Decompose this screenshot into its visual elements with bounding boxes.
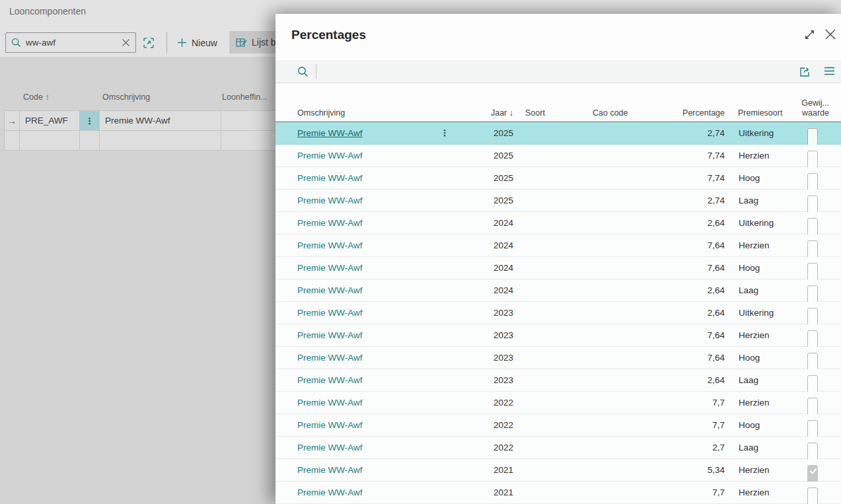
table-row[interactable]: Premie WW-Awf ⋮ 2022 7,7 Herzien bbox=[275, 392, 841, 414]
cell-jaar: 2025 bbox=[460, 145, 513, 166]
omschrijving-link[interactable]: Premie WW-Awf bbox=[297, 240, 363, 250]
gewijzigde-header-line1: Gewij... bbox=[801, 98, 829, 108]
cell-percentage: 7,64 bbox=[645, 234, 725, 256]
cell-jaar: 2023 bbox=[460, 369, 513, 391]
column-header-soort[interactable]: Soort bbox=[525, 108, 545, 118]
row-ellipsis-icon[interactable]: ⋮ bbox=[80, 111, 99, 130]
cell-premiesoort: Herzien bbox=[739, 324, 770, 346]
cell-premiesoort: Uitkering bbox=[739, 122, 774, 144]
cell-percentage: 2,64 bbox=[645, 369, 725, 391]
cell-percentage: 2,64 bbox=[645, 212, 725, 234]
cell-jaar: 2024 bbox=[460, 279, 513, 301]
cell-jaar: 2022 bbox=[460, 437, 513, 458]
table-row[interactable]: Premie WW-Awf ⋮ 2024 7,64 Hoog bbox=[275, 257, 841, 279]
cell-jaar: 2021 bbox=[460, 482, 513, 503]
row-ellipsis-icon[interactable]: ⋮ bbox=[439, 122, 451, 144]
cell-percentage: 7,64 bbox=[645, 324, 725, 346]
cell-jaar: 2025 bbox=[460, 122, 513, 144]
omschrijving-link[interactable]: Premie WW-Awf bbox=[297, 218, 363, 228]
gewijzigde-waarde-checkbox[interactable] bbox=[807, 487, 818, 504]
table-row[interactable]: Premie WW-Awf ⋮ 2023 7,64 Hoog bbox=[275, 347, 841, 369]
table-row[interactable]: Premie WW-Awf ⋮ 2024 7,64 Herzien bbox=[275, 234, 841, 257]
column-header-omschrijving[interactable]: Omschrijving bbox=[102, 92, 150, 102]
empty-cell[interactable] bbox=[100, 131, 221, 150]
cell-jaar: 2023 bbox=[460, 347, 513, 369]
cell-code[interactable]: PRE_AWF bbox=[20, 111, 79, 130]
close-dialog-icon[interactable] bbox=[824, 28, 836, 40]
omschrijving-link[interactable]: Premie WW-Awf bbox=[297, 398, 363, 408]
cell-jaar: 2022 bbox=[460, 392, 513, 414]
omschrijving-link[interactable]: Premie WW-Awf bbox=[297, 443, 363, 452]
cell-premiesoort: Herzien bbox=[739, 234, 770, 256]
table-row[interactable]: Premie WW-Awf ⋮ 2025 2,74 Laag bbox=[275, 190, 841, 212]
column-header-percentage[interactable]: Percentage bbox=[645, 108, 725, 118]
cell-premiesoort: Laag bbox=[739, 369, 758, 391]
new-button[interactable]: Nieuw bbox=[177, 32, 217, 53]
cell-premiesoort: Hoog bbox=[739, 414, 760, 436]
edit-list-button[interactable]: Lijst be bbox=[229, 31, 282, 54]
column-header-omschrijving[interactable]: Omschrijving bbox=[297, 108, 345, 118]
percentages-dialog: Percentages Omschrijving Jaa bbox=[275, 14, 841, 504]
cell-premiesoort: Laag bbox=[739, 279, 758, 301]
expand-view-icon bbox=[142, 36, 155, 50]
column-header-loonheffing[interactable]: Loonheffin... bbox=[222, 92, 268, 102]
omschrijving-link[interactable]: Premie WW-Awf bbox=[297, 487, 363, 497]
column-header-gewijzigde-waarde[interactable]: Gewij... waarde bbox=[776, 98, 829, 118]
jaar-header-label: Jaar bbox=[491, 108, 507, 118]
plus-icon bbox=[177, 38, 187, 48]
cell-premiesoort: Herzien bbox=[739, 482, 770, 503]
omschrijving-link[interactable]: Premie WW-Awf bbox=[297, 173, 363, 183]
clear-search-icon[interactable] bbox=[122, 38, 130, 47]
cell-premiesoort: Hoog bbox=[739, 347, 760, 369]
cell-jaar: 2022 bbox=[460, 414, 513, 436]
omschrijving-link[interactable]: Premie WW-Awf bbox=[297, 308, 363, 318]
empty-cell[interactable] bbox=[20, 131, 79, 150]
share-icon[interactable] bbox=[799, 65, 811, 78]
column-header-jaar[interactable]: Jaar ↓ bbox=[460, 108, 513, 118]
table-row[interactable]: Premie WW-Awf ⋮ 2025 7,74 Hoog bbox=[275, 167, 841, 190]
omschrijving-link[interactable]: Premie WW-Awf bbox=[297, 196, 363, 205]
looncomponenten-table: → PRE_AWF ⋮ Premie WW-Awf bbox=[4, 110, 275, 151]
table-row[interactable]: Premie WW-Awf ⋮ 2022 2,7 Laag bbox=[275, 437, 841, 459]
omschrijving-link[interactable]: Premie WW-Awf bbox=[297, 375, 363, 385]
cell-omschrijving[interactable]: Premie WW-Awf bbox=[100, 111, 221, 130]
omschrijving-link[interactable]: Premie WW-Awf bbox=[297, 465, 363, 475]
dialog-title: Percentages bbox=[291, 28, 366, 42]
table-row[interactable]: Premie WW-Awf ⋮ 2025 7,74 Herzien bbox=[275, 145, 841, 167]
gewijzigde-header-line2: waarde bbox=[802, 108, 829, 118]
search-icon[interactable] bbox=[297, 66, 309, 77]
omschrijving-link[interactable]: Premie WW-Awf bbox=[297, 151, 363, 161]
cell-percentage: 2,7 bbox=[645, 437, 725, 458]
omschrijving-link[interactable]: Premie WW-Awf bbox=[297, 285, 363, 295]
table-row[interactable]: Premie WW-Awf ⋮ 2024 2,64 Laag bbox=[275, 279, 841, 302]
table-row[interactable]: Premie WW-Awf ⋮ 2021 7,7 Herzien bbox=[275, 482, 841, 504]
search-value[interactable]: ww-awf bbox=[26, 38, 122, 48]
table-row[interactable]: Premie WW-Awf ⋮ 2025 2,74 Uitkering bbox=[275, 122, 841, 145]
expand-view-button[interactable] bbox=[140, 34, 157, 52]
omschrijving-link[interactable]: Premie WW-Awf bbox=[297, 353, 363, 363]
cell-premiesoort: Laag bbox=[739, 190, 758, 211]
cell-premiesoort: Laag bbox=[739, 437, 758, 458]
search-icon bbox=[11, 38, 21, 48]
omschrijving-link[interactable]: Premie WW-Awf bbox=[297, 128, 363, 138]
dialog-toolbar bbox=[275, 60, 841, 83]
table-row[interactable]: Premie WW-Awf ⋮ 2023 2,64 Uitkering bbox=[275, 302, 841, 324]
expand-dialog-icon[interactable] bbox=[803, 28, 816, 41]
empty-cell[interactable] bbox=[221, 131, 279, 150]
table-row[interactable]: Premie WW-Awf ⋮ 2023 2,64 Laag bbox=[275, 369, 841, 392]
omschrijving-link[interactable]: Premie WW-Awf bbox=[297, 263, 363, 273]
column-header-code[interactable]: Code ↑ bbox=[23, 92, 50, 102]
page-title: Looncomponenten bbox=[9, 6, 86, 17]
table-row[interactable]: Premie WW-Awf ⋮ 2023 7,64 Herzien bbox=[275, 324, 841, 347]
table-row[interactable]: Premie WW-Awf ⋮ 2021 5,34 Herzien bbox=[275, 459, 841, 482]
column-header-cao-code[interactable]: Cao code bbox=[593, 108, 628, 118]
cell-premiesoort: Hoog bbox=[739, 257, 760, 279]
cell-percentage: 2,64 bbox=[645, 279, 725, 301]
omschrijving-link[interactable]: Premie WW-Awf bbox=[297, 420, 363, 430]
cell-loonheffing[interactable] bbox=[221, 111, 279, 130]
table-row[interactable]: Premie WW-Awf ⋮ 2022 7,7 Hoog bbox=[275, 414, 841, 437]
omschrijving-link[interactable]: Premie WW-Awf bbox=[297, 330, 363, 340]
table-row[interactable]: Premie WW-Awf ⋮ 2024 2,64 Uitkering bbox=[275, 212, 841, 234]
list-view-icon[interactable] bbox=[824, 66, 835, 76]
search-input[interactable]: ww-awf bbox=[5, 32, 136, 53]
